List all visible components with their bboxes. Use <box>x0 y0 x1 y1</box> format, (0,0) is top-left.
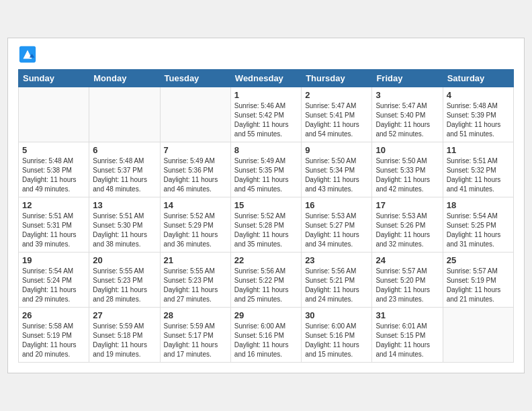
day-number: 15 <box>234 200 298 210</box>
calendar-day-cell: 8Sunrise: 5:49 AM Sunset: 5:35 PM Daylig… <box>230 142 301 197</box>
day-info: Sunrise: 5:51 AM Sunset: 5:31 PM Dayligh… <box>22 212 85 249</box>
day-number: 17 <box>375 200 439 210</box>
day-info: Sunrise: 5:49 AM Sunset: 5:36 PM Dayligh… <box>164 156 227 194</box>
day-number: 18 <box>447 200 510 210</box>
day-info: Sunrise: 5:59 AM Sunset: 5:17 PM Dayligh… <box>164 322 227 359</box>
day-number: 20 <box>93 255 156 265</box>
calendar-day-cell: 31Sunrise: 6:01 AM Sunset: 5:15 PM Dayli… <box>372 308 443 363</box>
day-info: Sunrise: 5:51 AM Sunset: 5:30 PM Dayligh… <box>93 212 156 249</box>
day-info: Sunrise: 5:49 AM Sunset: 5:35 PM Dayligh… <box>234 156 298 194</box>
day-info: Sunrise: 5:59 AM Sunset: 5:18 PM Dayligh… <box>93 322 156 359</box>
day-number: 11 <box>447 145 510 155</box>
calendar-day-cell: 28Sunrise: 5:59 AM Sunset: 5:17 PM Dayli… <box>160 308 230 363</box>
calendar-day-cell: 24Sunrise: 5:57 AM Sunset: 5:20 PM Dayli… <box>372 253 443 308</box>
calendar-day-cell: 19Sunrise: 5:54 AM Sunset: 5:24 PM Dayli… <box>19 253 89 308</box>
day-number: 2 <box>305 90 368 100</box>
calendar-day-cell: 29Sunrise: 6:00 AM Sunset: 5:16 PM Dayli… <box>230 308 301 363</box>
day-number: 6 <box>93 145 156 155</box>
day-number: 27 <box>93 310 156 320</box>
calendar-day-cell <box>89 87 160 142</box>
calendar-day-cell: 20Sunrise: 5:55 AM Sunset: 5:23 PM Dayli… <box>89 253 160 308</box>
weekday-cell: Thursday <box>302 70 372 87</box>
weekday-cell: Sunday <box>19 70 89 87</box>
calendar-day-cell <box>443 308 513 363</box>
calendar-day-cell: 26Sunrise: 5:58 AM Sunset: 5:19 PM Dayli… <box>19 308 89 363</box>
header <box>18 45 514 64</box>
day-number: 3 <box>375 90 439 100</box>
day-number: 26 <box>22 310 85 320</box>
calendar-day-cell: 10Sunrise: 5:50 AM Sunset: 5:33 PM Dayli… <box>372 142 443 197</box>
day-info: Sunrise: 5:47 AM Sunset: 5:41 PM Dayligh… <box>305 101 368 139</box>
calendar-day-cell: 21Sunrise: 5:55 AM Sunset: 5:23 PM Dayli… <box>160 253 230 308</box>
day-number: 16 <box>305 200 368 210</box>
day-number: 7 <box>164 145 227 155</box>
day-info: Sunrise: 5:57 AM Sunset: 5:19 PM Dayligh… <box>447 267 510 304</box>
weekday-cell: Wednesday <box>230 70 301 87</box>
logo <box>18 45 40 64</box>
day-number: 14 <box>164 200 227 210</box>
weekday-header-row: SundayMondayTuesdayWednesdayThursdayFrid… <box>19 70 514 87</box>
day-info: Sunrise: 5:48 AM Sunset: 5:37 PM Dayligh… <box>93 156 156 194</box>
calendar-day-cell <box>19 87 89 142</box>
day-info: Sunrise: 5:52 AM Sunset: 5:29 PM Dayligh… <box>164 212 227 249</box>
day-info: Sunrise: 5:55 AM Sunset: 5:23 PM Dayligh… <box>93 267 156 304</box>
day-info: Sunrise: 5:53 AM Sunset: 5:26 PM Dayligh… <box>375 212 439 249</box>
day-info: Sunrise: 6:00 AM Sunset: 5:16 PM Dayligh… <box>305 322 368 359</box>
day-info: Sunrise: 6:01 AM Sunset: 5:15 PM Dayligh… <box>375 322 439 359</box>
day-info: Sunrise: 5:48 AM Sunset: 5:39 PM Dayligh… <box>447 101 510 139</box>
day-number: 24 <box>375 255 439 265</box>
calendar-day-cell: 18Sunrise: 5:54 AM Sunset: 5:25 PM Dayli… <box>443 197 513 253</box>
day-number: 13 <box>93 200 156 210</box>
calendar-day-cell: 2Sunrise: 5:47 AM Sunset: 5:41 PM Daylig… <box>302 87 372 142</box>
calendar-day-cell: 11Sunrise: 5:51 AM Sunset: 5:32 PM Dayli… <box>443 142 513 197</box>
day-number: 5 <box>22 145 85 155</box>
weekday-cell: Saturday <box>443 70 513 87</box>
day-info: Sunrise: 5:47 AM Sunset: 5:40 PM Dayligh… <box>375 101 439 139</box>
day-info: Sunrise: 5:58 AM Sunset: 5:19 PM Dayligh… <box>22 322 85 359</box>
calendar-day-cell: 3Sunrise: 5:47 AM Sunset: 5:40 PM Daylig… <box>372 87 443 142</box>
day-number: 8 <box>234 145 298 155</box>
calendar-day-cell: 4Sunrise: 5:48 AM Sunset: 5:39 PM Daylig… <box>443 87 513 142</box>
calendar-day-cell: 12Sunrise: 5:51 AM Sunset: 5:31 PM Dayli… <box>19 197 89 253</box>
calendar-day-cell: 15Sunrise: 5:52 AM Sunset: 5:28 PM Dayli… <box>230 197 301 253</box>
day-info: Sunrise: 5:46 AM Sunset: 5:42 PM Dayligh… <box>234 101 298 139</box>
calendar-week-row: 1Sunrise: 5:46 AM Sunset: 5:42 PM Daylig… <box>19 87 514 142</box>
day-info: Sunrise: 5:48 AM Sunset: 5:38 PM Dayligh… <box>22 156 85 194</box>
calendar-day-cell: 27Sunrise: 5:59 AM Sunset: 5:18 PM Dayli… <box>89 308 160 363</box>
day-info: Sunrise: 5:54 AM Sunset: 5:24 PM Dayligh… <box>22 267 85 304</box>
calendar-container: SundayMondayTuesdayWednesdayThursdayFrid… <box>7 38 525 373</box>
calendar-day-cell: 22Sunrise: 5:56 AM Sunset: 5:22 PM Dayli… <box>230 253 301 308</box>
weekday-cell: Friday <box>372 70 443 87</box>
calendar-day-cell: 25Sunrise: 5:57 AM Sunset: 5:19 PM Dayli… <box>443 253 513 308</box>
calendar-day-cell <box>160 87 230 142</box>
calendar-table: SundayMondayTuesdayWednesdayThursdayFrid… <box>18 69 514 363</box>
day-number: 12 <box>22 200 85 210</box>
calendar-day-cell: 7Sunrise: 5:49 AM Sunset: 5:36 PM Daylig… <box>160 142 230 197</box>
calendar-week-row: 5Sunrise: 5:48 AM Sunset: 5:38 PM Daylig… <box>19 142 514 197</box>
day-info: Sunrise: 5:50 AM Sunset: 5:34 PM Dayligh… <box>305 156 368 194</box>
weekday-cell: Tuesday <box>160 70 230 87</box>
day-info: Sunrise: 5:55 AM Sunset: 5:23 PM Dayligh… <box>164 267 227 304</box>
day-number: 25 <box>447 255 510 265</box>
day-info: Sunrise: 5:57 AM Sunset: 5:20 PM Dayligh… <box>375 267 439 304</box>
day-number: 1 <box>234 90 298 100</box>
day-info: Sunrise: 5:51 AM Sunset: 5:32 PM Dayligh… <box>447 156 510 194</box>
calendar-day-cell: 9Sunrise: 5:50 AM Sunset: 5:34 PM Daylig… <box>302 142 372 197</box>
calendar-day-cell: 23Sunrise: 5:56 AM Sunset: 5:21 PM Dayli… <box>302 253 372 308</box>
day-number: 19 <box>22 255 85 265</box>
day-number: 29 <box>234 310 298 320</box>
day-info: Sunrise: 6:00 AM Sunset: 5:16 PM Dayligh… <box>234 322 298 359</box>
day-info: Sunrise: 5:56 AM Sunset: 5:22 PM Dayligh… <box>234 267 298 304</box>
day-number: 22 <box>234 255 298 265</box>
calendar-day-cell: 6Sunrise: 5:48 AM Sunset: 5:37 PM Daylig… <box>89 142 160 197</box>
day-number: 30 <box>305 310 368 320</box>
calendar-day-cell: 16Sunrise: 5:53 AM Sunset: 5:27 PM Dayli… <box>302 197 372 253</box>
calendar-day-cell: 1Sunrise: 5:46 AM Sunset: 5:42 PM Daylig… <box>230 87 301 142</box>
day-info: Sunrise: 5:52 AM Sunset: 5:28 PM Dayligh… <box>234 212 298 249</box>
day-info: Sunrise: 5:54 AM Sunset: 5:25 PM Dayligh… <box>447 212 510 249</box>
calendar-week-row: 12Sunrise: 5:51 AM Sunset: 5:31 PM Dayli… <box>19 197 514 253</box>
day-number: 31 <box>375 310 439 320</box>
calendar-day-cell: 30Sunrise: 6:00 AM Sunset: 5:16 PM Dayli… <box>302 308 372 363</box>
day-number: 10 <box>375 145 439 155</box>
calendar-day-cell: 5Sunrise: 5:48 AM Sunset: 5:38 PM Daylig… <box>19 142 89 197</box>
